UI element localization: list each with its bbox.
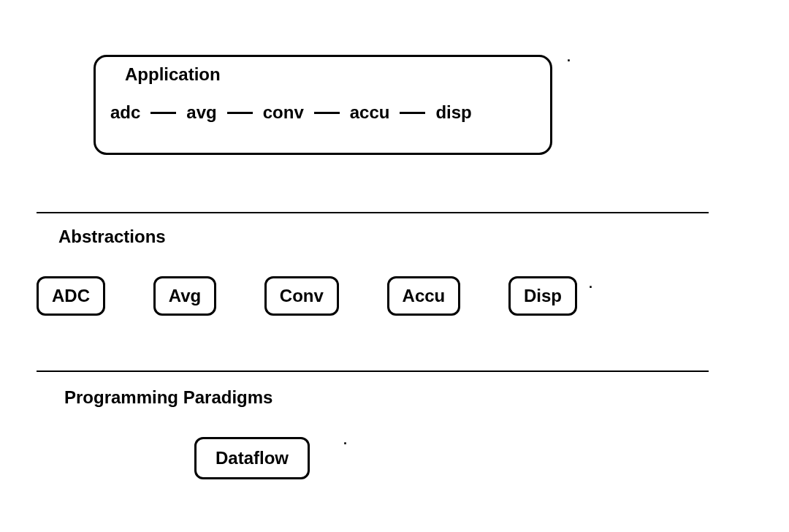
pipeline-node-adc: adc	[110, 102, 140, 123]
connector-icon	[400, 112, 425, 114]
abstraction-box-conv: Conv	[264, 276, 339, 316]
abstractions-title: Abstractions	[58, 227, 166, 247]
abstraction-box-adc: ADC	[37, 276, 105, 316]
connector-icon	[314, 112, 340, 114]
marker-dot: .	[343, 433, 347, 448]
section-divider	[37, 370, 709, 372]
marker-dot: .	[589, 276, 592, 292]
paradigm-box-dataflow: Dataflow	[194, 437, 310, 479]
paradigms-title: Programming Paradigms	[64, 387, 272, 408]
connector-icon	[227, 112, 253, 114]
section-divider	[37, 212, 709, 213]
abstraction-box-avg: Avg	[153, 276, 216, 316]
abstraction-box-disp: Disp	[508, 276, 577, 316]
pipeline-node-accu: accu	[350, 102, 390, 123]
pipeline-node-avg: avg	[186, 102, 216, 123]
diagram-canvas: Application adc avg conv accu disp . Abs…	[0, 0, 789, 532]
application-pipeline: adc avg conv accu disp	[110, 102, 472, 123]
pipeline-node-disp: disp	[435, 102, 471, 123]
abstraction-box-accu: Accu	[387, 276, 461, 316]
marker-dot: .	[567, 50, 571, 65]
pipeline-node-conv: conv	[263, 102, 304, 123]
abstractions-row: ADC Avg Conv Accu Disp	[37, 276, 577, 316]
connector-icon	[150, 112, 176, 114]
application-box: Application adc avg conv accu disp	[94, 55, 552, 155]
application-title: Application	[125, 64, 221, 85]
